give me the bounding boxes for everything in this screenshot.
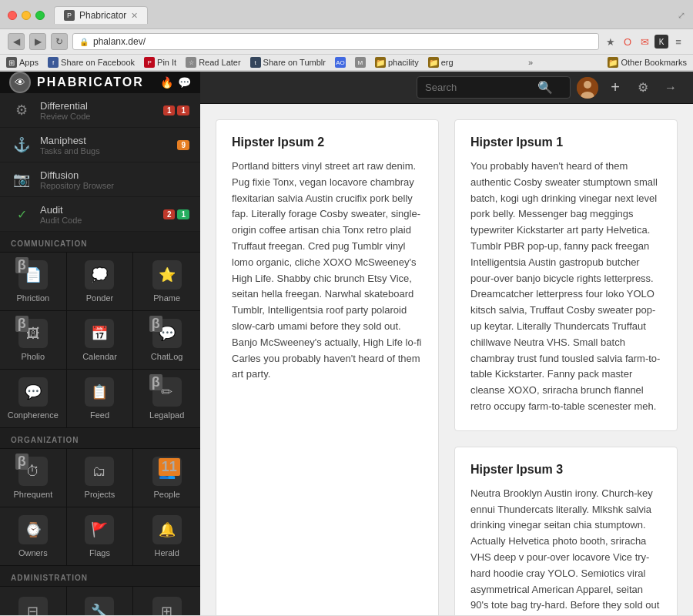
differential-badges: 1 1 bbox=[163, 105, 189, 116]
phame-label: Phame bbox=[153, 293, 180, 303]
grid-item-legalpad[interactable]: ✏ β Legalpad bbox=[133, 370, 200, 428]
chatlog-beta: β bbox=[149, 316, 162, 332]
admin2-icon-box: 🔧 bbox=[85, 597, 114, 615]
minimize-button[interactable] bbox=[22, 11, 31, 20]
back-button[interactable]: ◀ bbox=[8, 33, 25, 50]
pinit-label: Pin It bbox=[157, 58, 176, 67]
facebook-icon: f bbox=[48, 57, 59, 68]
bookmark-readlater[interactable]: ☆ Read Later bbox=[186, 57, 240, 68]
audit-icon: ✓ bbox=[11, 203, 32, 225]
grid-item-calendar[interactable]: 📅 Calendar bbox=[67, 311, 134, 370]
bookmark-star-icon[interactable]: ★ bbox=[604, 35, 618, 49]
browser-tab[interactable]: P Phabricator ✕ bbox=[54, 6, 148, 24]
sidebar-item-diffusion[interactable]: 📷 Diffusion Repository Browser bbox=[0, 162, 200, 197]
bookmark-facebook[interactable]: f Share on Facebook bbox=[48, 57, 135, 68]
readlater-icon: ☆ bbox=[186, 57, 196, 68]
grid-item-ponder[interactable]: 💭 Ponder bbox=[67, 253, 134, 311]
grid-item-herald[interactable]: 🔔 Herald bbox=[133, 507, 200, 566]
grid-item-pholio[interactable]: 🖼 β Pholio bbox=[0, 311, 67, 370]
sidebar-logo: 👁 PHABRICATOR bbox=[9, 72, 152, 93]
tab-bar: P Phabricator ✕ ⤢ bbox=[54, 6, 685, 24]
settings-button[interactable]: ⚙ bbox=[632, 77, 654, 99]
logout-button[interactable]: → bbox=[660, 77, 681, 99]
maniphest-badge: 9 bbox=[177, 140, 189, 150]
search-input[interactable] bbox=[425, 82, 533, 93]
differential-badge-2: 1 bbox=[177, 105, 189, 116]
differential-subtitle: Review Code bbox=[40, 112, 163, 121]
erg-label: erg bbox=[441, 58, 454, 67]
gmail-icon[interactable]: ✉ bbox=[638, 35, 651, 49]
diffusion-content: Diffusion Repository Browser bbox=[40, 169, 189, 190]
grid-item-feed[interactable]: 📋 Feed bbox=[67, 370, 134, 428]
bookmark-m[interactable]: M bbox=[355, 57, 366, 68]
search-box[interactable]: 🔍 bbox=[417, 76, 571, 99]
refresh-button[interactable]: ↻ bbox=[51, 33, 68, 50]
people-label: People bbox=[154, 490, 180, 499]
sidebar-header: 👁 PHABRICATOR 🔥 💬 bbox=[0, 72, 200, 93]
other-bookmarks[interactable]: 📁 Other Bookmarks bbox=[608, 57, 687, 68]
grid-item-flags[interactable]: 🚩 Flags bbox=[67, 507, 134, 566]
chat-icon[interactable]: 💬 bbox=[178, 76, 191, 89]
maximize-button[interactable] bbox=[35, 11, 45, 20]
feed-icon-box: 📋 bbox=[85, 377, 114, 407]
article-hipster-ipsum-2: Hipster Ipsum 2 Portland bitters vinyl s… bbox=[216, 119, 439, 615]
top-bar: 🔍 + ⚙ → bbox=[200, 72, 693, 104]
tab-title: Phabricator bbox=[79, 10, 126, 21]
differential-icon: ⚙ bbox=[11, 99, 32, 121]
organization-grid: ⏱ β Phrequent 🗂 Projects 👥 11 People bbox=[0, 448, 200, 566]
opera-icon[interactable]: O bbox=[621, 35, 634, 49]
phacility-icon: 📁 bbox=[375, 57, 386, 68]
address-bar[interactable]: 🔒 phalanx.dev/ bbox=[72, 33, 599, 50]
bookmark-phacility[interactable]: 📁 phacility bbox=[375, 57, 419, 68]
calendar-icon: 📅 bbox=[91, 325, 108, 342]
bookmark-tumblr[interactable]: t Share on Tumblr bbox=[250, 57, 326, 68]
article-hipster-ipsum-1: Hipster Ipsum 1 You probably haven't hea… bbox=[454, 119, 678, 431]
avatar[interactable] bbox=[577, 77, 598, 99]
add-button[interactable]: + bbox=[604, 77, 626, 99]
bookmark-apps[interactable]: ⊞ Apps bbox=[6, 57, 38, 68]
menu-icon[interactable]: ≡ bbox=[671, 35, 685, 49]
browser-chrome: P Phabricator ✕ ⤢ ◀ ▶ ↻ 🔒 phalanx.dev/ ★… bbox=[0, 0, 693, 72]
fire-icon[interactable]: 🔥 bbox=[160, 76, 173, 89]
article-2-body: Portland bitters vinyl street art raw de… bbox=[232, 159, 423, 383]
conpherence-icon: 💬 bbox=[25, 383, 42, 400]
phriction-label: Phriction bbox=[16, 293, 49, 303]
tumblr-label: Share on Tumblr bbox=[263, 58, 326, 67]
differential-content: Differential Review Code bbox=[40, 100, 163, 121]
sidebar-item-differential[interactable]: ⚙ Differential Review Code 1 1 bbox=[0, 93, 200, 128]
admin2-icon: 🔧 bbox=[91, 603, 108, 615]
grid-item-chatlog[interactable]: 💬 β ChatLog bbox=[133, 311, 200, 370]
grid-item-admin2[interactable]: 🔧 bbox=[67, 587, 134, 615]
article-1-body: You probably haven't heard of them authe… bbox=[470, 159, 661, 415]
phrequent-label: Phrequent bbox=[13, 490, 52, 499]
grid-item-admin3[interactable]: ⊞ bbox=[133, 587, 200, 615]
grid-item-phame[interactable]: ⭐ Phame bbox=[133, 253, 200, 311]
tab-close-icon[interactable]: ✕ bbox=[131, 11, 138, 21]
herald-label: Herald bbox=[154, 548, 179, 557]
grid-item-projects[interactable]: 🗂 Projects bbox=[67, 449, 134, 507]
phriction-beta: β bbox=[15, 257, 28, 273]
grid-item-phrequent[interactable]: ⏱ β Phrequent bbox=[0, 449, 67, 507]
legalpad-icon-box: ✏ β bbox=[152, 377, 182, 407]
forward-button[interactable]: ▶ bbox=[29, 33, 46, 50]
audit-badges: 2 1 bbox=[163, 209, 189, 219]
article-hipster-ipsum-3: Hipster Ipsum 3 Neutra Brooklyn Austin i… bbox=[454, 447, 678, 615]
administration-grid: ⊟ 🔧 ⊞ bbox=[0, 586, 200, 615]
grid-item-phriction[interactable]: 📄 β Phriction bbox=[0, 253, 67, 311]
sidebar-item-audit[interactable]: ✓ Audit Audit Code 2 1 bbox=[0, 197, 200, 232]
grid-item-people[interactable]: 👥 11 People bbox=[133, 449, 200, 507]
sidebar-item-maniphest[interactable]: ⚓ Maniphest Tasks and Bugs 9 bbox=[0, 128, 200, 162]
article-1-title: Hipster Ipsum 1 bbox=[470, 136, 661, 149]
extension1-icon[interactable]: K bbox=[654, 35, 668, 49]
bookmark-pinit[interactable]: P Pin It bbox=[144, 57, 176, 68]
close-button[interactable] bbox=[8, 11, 17, 20]
grid-item-admin1[interactable]: ⊟ bbox=[0, 587, 67, 615]
bookmark-erg[interactable]: 📁 erg bbox=[428, 57, 454, 68]
maniphest-content: Maniphest Tasks and Bugs bbox=[40, 135, 177, 156]
window-controls bbox=[8, 11, 45, 20]
bookmark-ao[interactable]: AO bbox=[335, 57, 346, 68]
grid-item-owners[interactable]: ⌚ Owners bbox=[0, 507, 67, 566]
tab-favicon: P bbox=[64, 10, 75, 21]
grid-item-conpherence[interactable]: 💬 Conpherence bbox=[0, 370, 67, 428]
article-2-title: Hipster Ipsum 2 bbox=[232, 136, 423, 149]
